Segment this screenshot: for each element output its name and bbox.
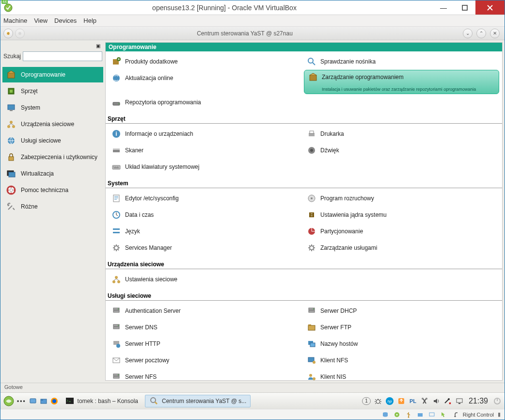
module-item[interactable]: Drukarka <box>304 126 499 142</box>
section-header: Oprogramowanie <box>106 43 502 51</box>
menu-devices[interactable]: Devices <box>54 17 77 24</box>
network-tray-icon[interactable] <box>443 397 452 405</box>
module-item[interactable]: Serwer DHCP <box>304 303 499 319</box>
module-item[interactable]: Serwer HTTP <box>109 336 304 352</box>
module-item[interactable]: Sprawdzanie nośnika <box>304 53 499 70</box>
taskbar-task[interactable]: Centrum sterowania YaST @ s... <box>145 395 251 407</box>
drive-icon <box>111 97 121 107</box>
vbox-usb-icon[interactable] <box>405 411 412 419</box>
sidebar-item-pomoc[interactable]: Pomoc techniczna <box>2 182 103 198</box>
sidebar-item-sprzet[interactable]: Sprzęt <box>2 83 103 99</box>
module-item[interactable]: Produkty dodatkowe <box>109 53 304 70</box>
server-icon <box>111 323 121 332</box>
printer-icon <box>307 129 316 139</box>
show-desktop-icon[interactable] <box>29 397 37 405</box>
sidebar-item-label: Zabezpieczenia i użytkownicy <box>21 154 97 161</box>
vbox-cd-icon[interactable] <box>393 411 401 419</box>
module-item[interactable]: Ustawienia sieciowe <box>109 271 304 288</box>
maximize-button[interactable] <box>454 0 475 15</box>
bug-icon[interactable] <box>374 397 382 405</box>
minimize-button[interactable]: — <box>433 0 454 15</box>
module-item[interactable]: Dźwięk <box>304 142 499 159</box>
yast-minimize-icon[interactable]: ⌄ <box>463 29 473 38</box>
hp-icon[interactable]: hp <box>385 397 394 405</box>
yast-close-icon[interactable]: ✕ <box>490 29 500 38</box>
vbox-shared-folder-icon[interactable] <box>416 411 424 419</box>
vbox-hdd-icon[interactable] <box>381 411 389 419</box>
module-item[interactable]: Edytor /etc/sysconfig <box>109 190 304 207</box>
sidebar-item-oprogramowanie[interactable]: Oprogramowanie <box>2 67 103 82</box>
taskbar-task[interactable]: tomek : bash – Konsola <box>61 395 142 407</box>
vbox-mouse-icon[interactable] <box>440 411 447 419</box>
keyboard-icon <box>111 162 121 172</box>
activity-dots-icon[interactable]: ••• <box>17 398 26 404</box>
menu-help[interactable]: Help <box>83 17 96 24</box>
module-item[interactable]: Program rozruchowy <box>304 190 499 207</box>
module-item[interactable]: iInformacje o urządzeniach <box>109 126 304 142</box>
module-item[interactable]: Serwer DNS <box>109 319 304 336</box>
module-item[interactable]: Skaner <box>109 142 304 159</box>
sidebar-item-zabezpieczenia[interactable]: Zabezpieczenia i użytkownicy <box>2 149 103 165</box>
module-item[interactable]: Zarządzanie oprogramowaniemInstalacja i … <box>304 70 499 94</box>
yast-nav-back-icon[interactable] <box>3 29 13 38</box>
module-item[interactable]: Serwer pocztowy <box>109 352 304 369</box>
module-item[interactable]: Repozytoria oprogramowania <box>109 94 304 111</box>
sidebar-item-uslugi-siec[interactable]: Usługi sieciowe <box>2 133 103 148</box>
sidebar-item-wirtualizacja[interactable]: Wirtualizacja <box>2 166 103 181</box>
module-item[interactable]: Klient NFS <box>304 352 499 369</box>
taskbar-clock[interactable]: 21:39 <box>469 397 488 405</box>
module-description: Instalacja i usuwanie pakietów oraz zarz… <box>322 87 476 92</box>
desktop-pager[interactable]: 1 <box>362 397 371 405</box>
module-label: Ustawienia sieciowe <box>125 276 177 283</box>
content-pane[interactable]: OprogramowanieProdukty dodatkoweSprawdza… <box>105 42 503 381</box>
taskbar-task-label: Centrum sterowania YaST @ s... <box>162 398 246 404</box>
module-item[interactable]: Język <box>109 223 304 240</box>
module-item[interactable]: Services Manager <box>109 240 304 256</box>
window-title: opensuse13.2 [Running] - Oracle VM Virtu… <box>16 4 433 12</box>
svg-rect-95 <box>418 413 423 417</box>
clipboard-icon[interactable] <box>420 397 429 405</box>
module-item[interactable]: Ustawienia jądra systemu <box>304 207 499 223</box>
module-label: Dźwięk <box>320 147 339 154</box>
yast-maximize-icon[interactable]: ⌃ <box>476 29 486 38</box>
vbox-display-icon[interactable] <box>428 411 436 419</box>
sidebar-item-system[interactable]: System <box>2 100 103 115</box>
update-icon[interactable] <box>397 397 406 405</box>
volume-icon[interactable] <box>432 397 441 405</box>
sidebar-item-rozne[interactable]: Różne <box>2 199 103 214</box>
sidebar: ▣ Szukaj OprogramowanieSprzętSystemUrząd… <box>0 40 105 383</box>
module-item[interactable]: Partycjonowanie <box>304 223 499 240</box>
firefox-icon[interactable] <box>50 397 58 405</box>
vbox-keyboard-icon[interactable] <box>451 411 459 419</box>
file-manager-icon[interactable] <box>40 397 47 405</box>
search-input[interactable] <box>23 51 102 61</box>
module-item[interactable]: Serwer FTP <box>304 319 499 336</box>
module-item[interactable]: Nazwy hostów <box>304 336 499 352</box>
svg-point-59 <box>116 344 120 348</box>
display-tray-icon[interactable] <box>455 397 464 405</box>
sidebar-item-siec-urz[interactable]: Urządzenia sieciowe <box>2 116 103 132</box>
keyboard-layout[interactable]: PL <box>409 397 417 405</box>
svg-rect-40 <box>113 230 120 232</box>
logout-icon[interactable] <box>493 397 502 405</box>
server-icon <box>111 372 121 381</box>
menu-view[interactable]: View <box>34 17 47 24</box>
svg-point-81 <box>376 400 380 404</box>
module-item[interactable]: Data i czas <box>109 207 304 223</box>
svg-point-52 <box>313 308 314 309</box>
svg-point-85 <box>422 398 424 400</box>
start-menu-icon[interactable] <box>3 396 14 406</box>
info-icon: i <box>111 129 121 139</box>
sidebar-collapse-icon[interactable]: ▣ <box>2 43 103 48</box>
module-item[interactable]: Authentication Server <box>109 303 304 319</box>
svg-point-67 <box>118 374 119 375</box>
vbox-menubar: Machine View Devices Help <box>0 15 505 27</box>
module-item[interactable]: Klient NIS <box>304 369 499 381</box>
menu-machine[interactable]: Machine <box>3 17 27 24</box>
module-item[interactable]: Zarządzanie usługami <box>304 240 499 256</box>
module-item[interactable]: Układ klawiatury systemowej <box>109 159 304 175</box>
network-icon <box>111 275 121 284</box>
close-button[interactable] <box>475 0 505 15</box>
module-item[interactable]: Serwer NFS <box>109 369 304 381</box>
module-item[interactable]: Aktualizacja online <box>109 70 304 86</box>
